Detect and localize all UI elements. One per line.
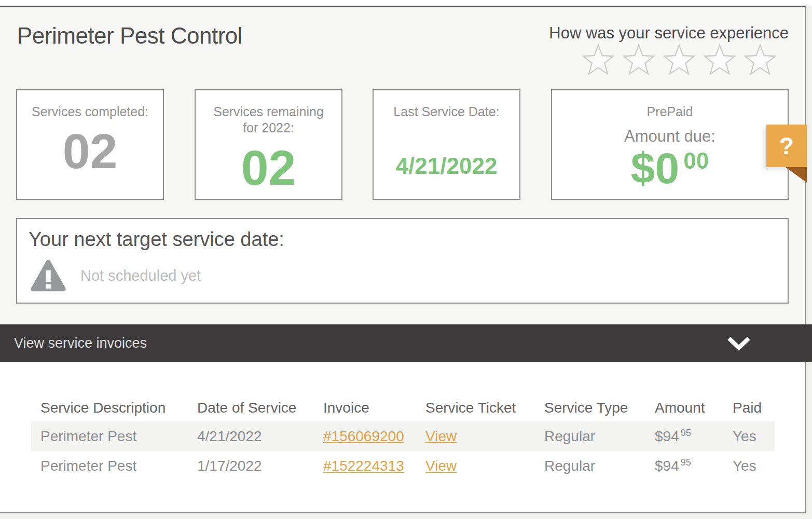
invoices-bar-label: View service invoices: [14, 324, 147, 362]
top-strip: [0, 0, 812, 6]
stat-value: 02: [196, 146, 341, 190]
service-description-cell: Perimeter Pest: [31, 458, 197, 474]
stat-card-services-completed: Services completed: 02: [16, 89, 164, 200]
invoice-link[interactable]: #156069200: [323, 428, 404, 444]
date-of-service-cell: 4/21/2022: [197, 428, 323, 445]
service-type-cell: Regular: [544, 428, 655, 445]
service-ticket-view-link[interactable]: View: [425, 458, 457, 474]
column-header-service-ticket: Service Ticket: [425, 400, 544, 416]
amount-cell: $9495: [655, 458, 733, 474]
star-icon[interactable]: [582, 44, 614, 75]
service-type-cell: Regular: [544, 458, 655, 474]
table-row: Perimeter Pest 1/17/2022 #152224313 View…: [31, 451, 775, 481]
stat-card-services-remaining: Services remaining for 2022: 02: [195, 89, 342, 200]
amount-cell: $9495: [655, 428, 733, 445]
invoice-table: Service Description Date of Service Invo…: [31, 394, 775, 481]
service-ticket-view-link[interactable]: View: [425, 428, 457, 444]
amount-cents: 95: [681, 428, 691, 438]
help-tab-button[interactable]: ?: [766, 125, 807, 167]
star-icon[interactable]: [623, 44, 655, 75]
date-of-service-cell: 1/17/2022: [197, 458, 323, 474]
table-row: Perimeter Pest 4/21/2022 #156069200 View…: [31, 421, 775, 451]
invoice-table-section: Service Description Date of Service Invo…: [0, 362, 805, 512]
invoice-link[interactable]: #152224313: [323, 458, 404, 474]
prepaid-tag: PrePaid: [608, 104, 732, 120]
star-icon[interactable]: [744, 44, 776, 75]
star-icon[interactable]: [704, 44, 736, 75]
column-header-service-description: Service Description: [31, 400, 197, 416]
next-service-status: Not scheduled yet: [80, 267, 201, 284]
stat-card-prepaid-amount-due: PrePaid Amount due: $000: [551, 89, 789, 200]
view-service-invoices-bar[interactable]: View service invoices: [0, 324, 812, 362]
column-header-invoice: Invoice: [323, 400, 425, 416]
paid-cell: Yes: [733, 428, 775, 445]
next-service-box: Your next target service date: Not sched…: [16, 218, 789, 304]
star-rating: [582, 44, 776, 75]
next-service-label: Your next target service date:: [29, 228, 284, 251]
stat-label: Services remaining for 2022:: [207, 104, 331, 136]
column-header-service-type: Service Type: [544, 400, 655, 416]
amount-dollars: $94: [655, 428, 679, 444]
amount-cents: 95: [681, 457, 691, 468]
rating-question: How was your service experience: [549, 24, 789, 43]
stat-value: 4/21/2022: [374, 153, 519, 179]
column-header-amount: Amount: [655, 400, 733, 416]
stat-value: 02: [17, 129, 163, 174]
stat-label: Services completed:: [28, 104, 153, 120]
stat-label: Last Service Date:: [384, 104, 509, 120]
amount-cents: 00: [683, 148, 709, 173]
star-icon[interactable]: [663, 44, 695, 75]
stat-card-last-service-date: Last Service Date: 4/21/2022: [373, 89, 520, 200]
amount-dollars: $94: [655, 458, 679, 474]
question-mark-icon: ?: [779, 132, 794, 160]
service-description-cell: Perimeter Pest: [31, 428, 197, 445]
page-title: Perimeter Pest Control: [17, 23, 242, 49]
amount-due-label: Amount due:: [552, 127, 788, 146]
paid-cell: Yes: [733, 458, 775, 474]
warning-icon: [30, 258, 67, 293]
column-header-date-of-service: Date of Service: [197, 400, 323, 416]
table-header-row: Service Description Date of Service Invo…: [31, 394, 775, 421]
amount-due-value: $000: [552, 148, 788, 189]
amount-dollars: $0: [631, 144, 679, 193]
column-header-paid: Paid: [733, 400, 775, 416]
chevron-down-icon[interactable]: [727, 336, 751, 351]
